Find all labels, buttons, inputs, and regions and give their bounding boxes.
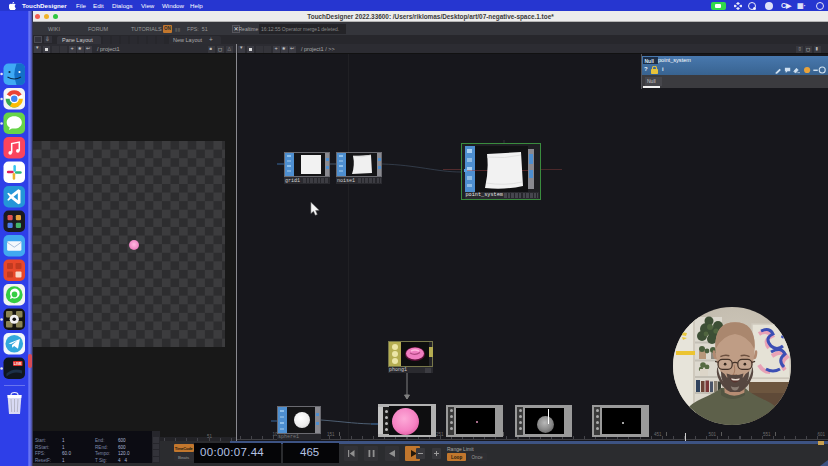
svg-text:LIVE: LIVE — [14, 362, 23, 366]
